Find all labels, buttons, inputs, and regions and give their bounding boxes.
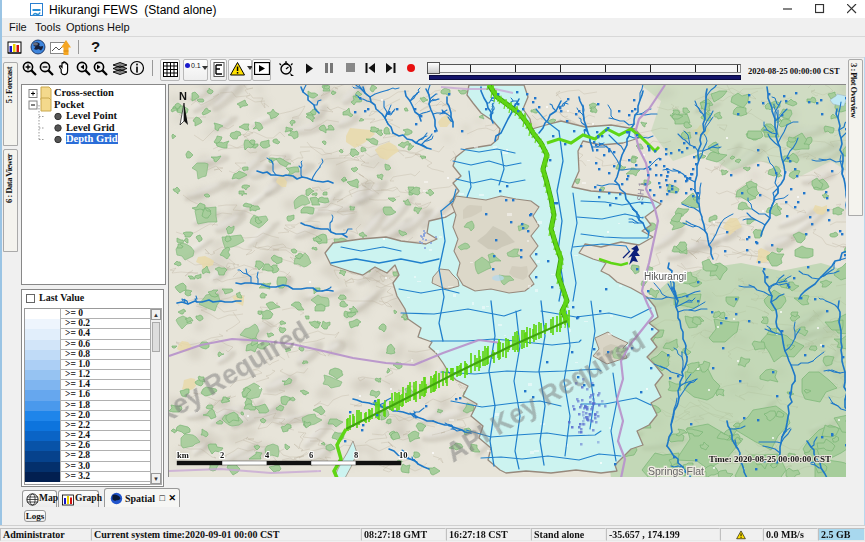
svg-text:8: 8 [354,450,358,460]
svg-text:km: km [177,450,189,460]
svg-text:Hikurangi: Hikurangi [644,271,686,282]
svg-text:10: 10 [399,450,408,460]
svg-text:SH 1: SH 1 [635,181,647,201]
svg-text:2: 2 [220,450,224,460]
svg-text:Time: 2020-08-25 00:00:00 CST: Time: 2020-08-25 00:00:00 CST [709,454,831,464]
svg-text:6: 6 [309,450,313,460]
svg-text:N: N [179,90,187,102]
svg-text:Springs Flat: Springs Flat [648,465,704,477]
